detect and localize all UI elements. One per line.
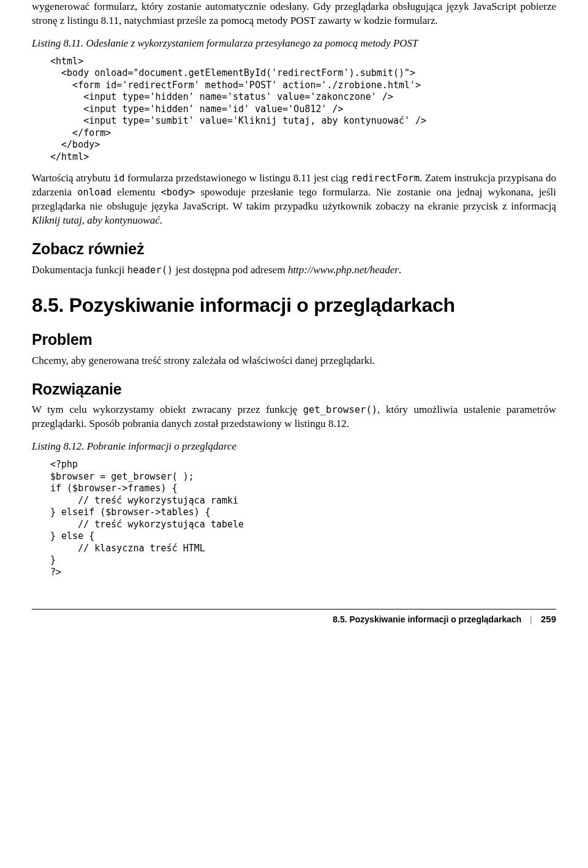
text: . — [160, 214, 162, 226]
italic-kliknij: Kliknij tutaj, aby kontynuować — [32, 214, 160, 226]
text: elementu — [111, 186, 160, 198]
listing-8-11-caption: Listing 8.11. Odesłanie z wykorzystaniem… — [32, 37, 556, 51]
solution-heading: Rozwiązanie — [32, 379, 556, 400]
intro-paragraph: wygenerować formularz, który zostanie au… — [32, 0, 556, 28]
text: . — [399, 264, 401, 276]
see-also-paragraph: Dokumentacja funkcji header() jest dostę… — [32, 263, 556, 277]
solution-paragraph: W tym celu wykorzystamy obiekt zwracany … — [32, 403, 556, 431]
inline-code-body: <body> — [160, 187, 195, 198]
problem-paragraph: Chcemy, aby generowana treść strony zale… — [32, 354, 556, 368]
listing-8-11-code: <html> <body onload="document.getElement… — [50, 56, 556, 164]
after-code-paragraph: Wartością atrybutu id formularza przedst… — [32, 172, 556, 228]
url-header: http://www.php.net/header — [288, 264, 399, 276]
footer-separator: | — [530, 614, 532, 625]
inline-code-header: header() — [127, 265, 173, 276]
inline-code-getbrowser: get_browser() — [303, 404, 377, 415]
text: formularza przedstawionego w listingu 8.… — [125, 172, 351, 184]
listing-8-12-caption: Listing 8.12. Pobranie informacji o prze… — [32, 440, 556, 454]
text: Dokumentacja funkcji — [32, 264, 127, 276]
text: jest dostępna pod adresem — [173, 264, 287, 276]
see-also-heading: Zobacz również — [32, 239, 556, 260]
section-8-5-heading: 8.5. Pozyskiwanie informacji o przegląda… — [32, 292, 556, 319]
problem-heading: Problem — [32, 330, 556, 350]
listing-8-12-code: <?php $browser = get_browser( ); if ($br… — [50, 459, 556, 578]
footer-page-number: 259 — [541, 613, 556, 625]
inline-code-redirectform: redirectForm — [351, 173, 420, 184]
footer-section-title: 8.5. Pozyskiwanie informacji o przegląda… — [333, 614, 521, 625]
inline-code-id: id — [113, 173, 125, 184]
page-footer: 8.5. Pozyskiwanie informacji o przegląda… — [32, 609, 556, 625]
text: W tym celu wykorzystamy obiekt zwracany … — [32, 404, 303, 415]
inline-code-onload: onload — [77, 187, 111, 198]
text: Wartością atrybutu — [32, 172, 113, 184]
